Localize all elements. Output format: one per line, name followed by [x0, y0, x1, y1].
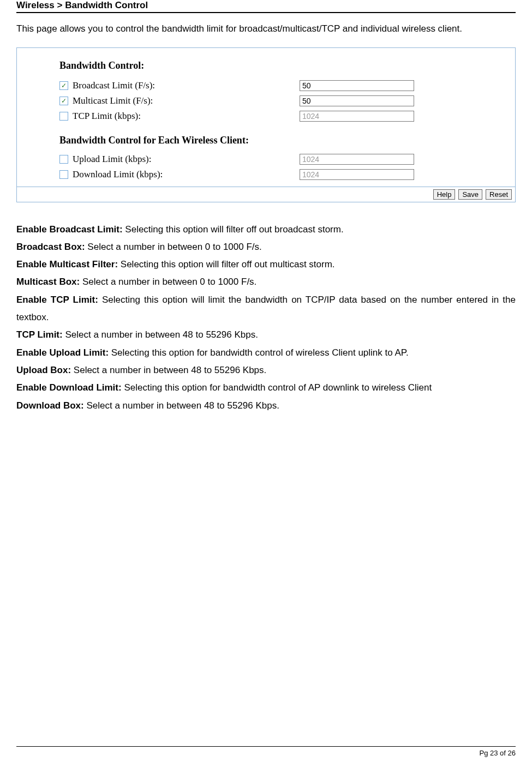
checkbox-multicast-limit[interactable]: ✓: [59, 97, 68, 105]
reset-button[interactable]: Reset: [486, 189, 512, 200]
row-tcp-limit: TCP Limit (kbps):: [59, 109, 501, 124]
label-multicast-limit: Multicast Limit (F/s):: [73, 95, 153, 106]
def-broadcast-box: Broadcast Box: Select a number in betwee…: [16, 238, 516, 256]
save-button[interactable]: Save: [458, 189, 482, 200]
page-heading: Wireless > Bandwidth Control: [16, 0, 516, 13]
label-broadcast-limit: Broadcast Limit (F/s):: [73, 80, 155, 91]
row-multicast-limit: ✓ Multicast Limit (F/s):: [59, 93, 501, 109]
def-upload-box: Upload Box: Select a number in between 4…: [16, 362, 516, 379]
section-title-1: Bandwidth Control:: [59, 60, 501, 71]
checkbox-upload-limit[interactable]: [59, 155, 68, 164]
def-download-box: Download Box: Select a number in between…: [16, 397, 516, 415]
checkbox-download-limit[interactable]: [59, 170, 68, 179]
help-button[interactable]: Help: [433, 189, 456, 200]
input-download-limit[interactable]: [300, 169, 414, 180]
input-multicast-limit[interactable]: [300, 95, 414, 106]
input-broadcast-limit[interactable]: [300, 80, 414, 91]
def-enable-upload-limit: Enable Upload Limit: Selecting this opti…: [16, 344, 516, 362]
label-download-limit: Download Limit (kbps):: [73, 169, 163, 180]
row-broadcast-limit: ✓ Broadcast Limit (F/s):: [59, 78, 501, 93]
def-enable-multicast-filter: Enable Multicast Filter: Selecting this …: [16, 256, 516, 273]
def-enable-download-limit: Enable Download Limit: Selecting this op…: [16, 379, 516, 397]
checkbox-broadcast-limit[interactable]: ✓: [59, 81, 68, 90]
def-multicast-box: Multicast Box: Select a number in betwee…: [16, 273, 516, 291]
input-upload-limit[interactable]: [300, 154, 414, 165]
intro-text: This page allows you to control the band…: [16, 21, 516, 38]
row-download-limit: Download Limit (kbps):: [59, 167, 501, 182]
section-title-2: Bandwidth Control for Each Wireless Clie…: [59, 135, 501, 146]
page-footer: Pg 23 of 26: [16, 746, 516, 757]
def-enable-tcp-limit: Enable TCP Limit: Selecting this option …: [16, 291, 516, 327]
definitions: Enable Broadcast Limit: Selecting this o…: [16, 221, 516, 415]
label-tcp-limit: TCP Limit (kbps):: [73, 111, 141, 122]
label-upload-limit: Upload Limit (kbps):: [73, 154, 151, 165]
def-enable-broadcast-limit: Enable Broadcast Limit: Selecting this o…: [16, 221, 516, 238]
input-tcp-limit[interactable]: [300, 111, 414, 122]
button-bar: Help Save Reset: [17, 187, 515, 202]
screenshot-panel: Bandwidth Control: ✓ Broadcast Limit (F/…: [16, 47, 516, 202]
checkbox-tcp-limit[interactable]: [59, 112, 68, 121]
def-tcp-limit: TCP Limit: Select a number in between 48…: [16, 326, 516, 344]
row-upload-limit: Upload Limit (kbps):: [59, 152, 501, 167]
